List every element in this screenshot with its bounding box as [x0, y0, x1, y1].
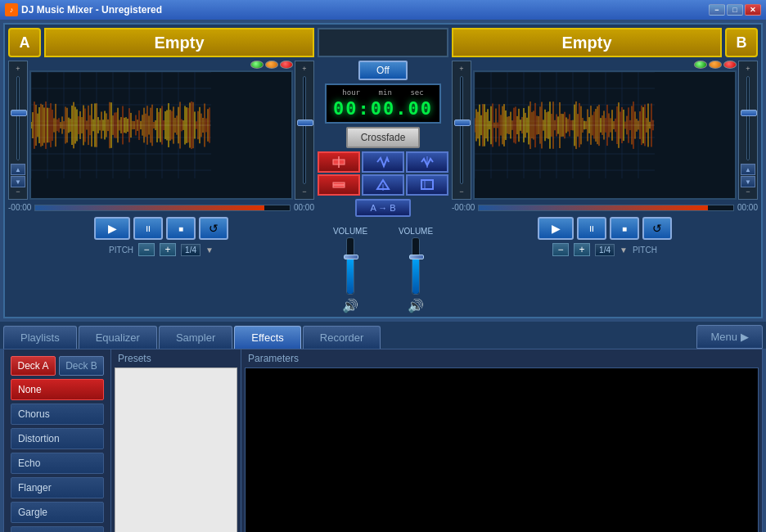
deck-a-pitch-slider[interactable]: + ▲ ▼ −: [8, 61, 28, 200]
deck-a-vol-thumb[interactable]: [297, 119, 313, 126]
deck-b-waveform-canvas: [475, 72, 655, 178]
eff-btn-2[interactable]: [362, 151, 404, 173]
deck-a-cue-button[interactable]: ↺: [199, 217, 228, 240]
app-icon: ♪: [5, 3, 18, 16]
deck-b-vol-thumb[interactable]: [454, 119, 471, 126]
deck-a-volume-label: VOLUME: [333, 227, 367, 236]
deck-b-vol-thumb2[interactable]: [409, 255, 424, 259]
deck-b-led-orange[interactable]: [709, 61, 722, 69]
deck-b-volume-label: VOLUME: [399, 227, 433, 236]
deck-b-pitch-thumb[interactable]: [741, 110, 757, 116]
deck-b-vol-track2[interactable]: [460, 76, 463, 184]
deck-b-select-button[interactable]: Deck B: [59, 356, 104, 376]
close-button[interactable]: ✕: [745, 4, 761, 16]
tab-recorder[interactable]: Recorder: [303, 326, 381, 349]
deck-a-led-row: [29, 61, 293, 69]
deck-b-led-red[interactable]: [723, 61, 737, 69]
deck-b-vol-icon[interactable]: 🔊: [408, 298, 424, 313]
tab-sampler[interactable]: Sampler: [159, 326, 232, 349]
effect-reverb[interactable]: Reverb: [11, 526, 104, 532]
deck-b-quarter-arrow[interactable]: ▼: [620, 246, 628, 255]
center-top: Off hour min sec 00:00.00 Crossfade: [318, 61, 448, 217]
presets-list[interactable]: [115, 367, 237, 532]
deck-b-title: Empty: [452, 28, 722, 57]
deck-a-pause-button[interactable]: ⏸: [133, 217, 163, 240]
deck-a-led-red[interactable]: [280, 61, 293, 69]
deck-a-vol-track[interactable]: [346, 237, 354, 295]
deck-b-controls: + −: [452, 61, 758, 200]
eff-btn-5[interactable]: [362, 174, 404, 196]
deck-b-stop-button[interactable]: ■: [610, 217, 639, 240]
effect-distortion[interactable]: Distortion: [11, 428, 104, 449]
minimize-button[interactable]: −: [709, 4, 725, 16]
effect-chorus[interactable]: Chorus: [11, 404, 104, 425]
deck-b-vol-track[interactable]: [412, 237, 420, 295]
eff-btn-4[interactable]: [318, 174, 360, 196]
effect-gargle[interactable]: Gargle: [11, 502, 104, 523]
deck-b-pitch-controls: − + 1/4 ▼ PITCH: [452, 243, 758, 256]
deck-b-pitch-up[interactable]: ▲: [741, 164, 755, 175]
menu-button[interactable]: Menu ▶: [696, 325, 763, 349]
deck-b-quarter-btn[interactable]: 1/4: [595, 244, 615, 256]
deck-a-vol-track[interactable]: [303, 76, 306, 184]
deck-a-pitch-track[interactable]: [16, 76, 20, 160]
deck-b-vol-slider[interactable]: + −: [452, 61, 471, 200]
deck-b-led-row: [473, 61, 737, 69]
deck-a-pitch-text: PITCH: [109, 246, 133, 255]
eff-btn-3[interactable]: [406, 151, 448, 173]
effect-echo[interactable]: Echo: [11, 453, 104, 474]
deck-b-progress-bar[interactable]: [478, 205, 734, 211]
crossfade-button[interactable]: Crossfade: [346, 127, 421, 148]
deck-b-led-green[interactable]: [694, 61, 707, 69]
deck-a-time-end: 00:00: [294, 203, 314, 212]
deck-a-progress-bar[interactable]: [34, 205, 291, 211]
deck-a-pitch-down[interactable]: ▼: [11, 176, 25, 187]
deck-b-pitch-arrows: ▲ ▼: [741, 164, 755, 187]
deck-a-play-button[interactable]: ▶: [94, 217, 130, 240]
deck-a-vol-icon[interactable]: 🔊: [342, 298, 358, 313]
deck-selector: Deck A Deck B None Chorus Distortion Ech…: [4, 349, 110, 532]
deck-b-pitch-track[interactable]: [746, 76, 750, 160]
deck-a-pitch-minus[interactable]: −: [138, 243, 155, 256]
presets-label: Presets: [115, 353, 237, 364]
deck-b-progress-row: -00:00 00:00: [452, 203, 758, 212]
deck-a-pitch-label-top: +: [16, 65, 20, 73]
deck-b-pitch-label-top: +: [746, 65, 750, 73]
effect-buttons-grid: [318, 151, 448, 196]
off-button[interactable]: Off: [358, 61, 408, 80]
deck-b-waveform-area: [473, 61, 737, 200]
ab-button[interactable]: A → B: [355, 199, 410, 217]
deck-a-vol-slider[interactable]: + −: [295, 61, 314, 200]
deck-a-pitch-thumb[interactable]: [11, 110, 27, 116]
maximize-button[interactable]: □: [727, 4, 743, 16]
timer-sec-label: sec: [410, 88, 423, 97]
deck-area: A Empty Empty B + ▲: [3, 23, 763, 318]
tab-equalizer[interactable]: Equalizer: [79, 326, 157, 349]
deck-b-pause-button[interactable]: ⏸: [577, 217, 606, 240]
deck-a-vol-label-top: +: [302, 65, 306, 73]
deck-a-quarter-arrow[interactable]: ▼: [205, 246, 214, 255]
deck-b-pitch-minus[interactable]: −: [552, 243, 569, 256]
deck-a-led-green[interactable]: [250, 61, 264, 69]
deck-a-led-orange[interactable]: [265, 61, 278, 69]
deck-b-pitch-down[interactable]: ▼: [741, 176, 755, 187]
deck-a-pitch-arrows: ▲ ▼: [11, 164, 25, 187]
window-title: DJ Music Mixer - Unregistered: [21, 4, 709, 16]
deck-a-time-start: -00:00: [8, 203, 31, 212]
deck-a-select-button[interactable]: Deck A: [11, 356, 56, 376]
deck-b-pitch-slider[interactable]: + ▲ ▼ −: [738, 61, 758, 200]
eff-btn-6[interactable]: [406, 174, 448, 196]
effect-flanger[interactable]: Flanger: [11, 477, 104, 498]
deck-b-play-button[interactable]: ▶: [538, 217, 574, 240]
deck-a-stop-button[interactable]: ■: [166, 217, 196, 240]
deck-b-cue-button[interactable]: ↺: [642, 217, 672, 240]
effect-none[interactable]: None: [11, 379, 104, 400]
deck-a-vol-thumb2[interactable]: [344, 255, 358, 259]
tab-playlists[interactable]: Playlists: [3, 326, 77, 349]
deck-a-quarter-btn[interactable]: 1/4: [181, 244, 201, 256]
deck-a-pitch-plus[interactable]: +: [160, 243, 176, 256]
deck-b-pitch-plus[interactable]: +: [574, 243, 590, 256]
eff-btn-1[interactable]: [318, 151, 360, 173]
deck-a-pitch-up[interactable]: ▲: [11, 164, 25, 175]
tab-effects[interactable]: Effects: [234, 326, 301, 349]
